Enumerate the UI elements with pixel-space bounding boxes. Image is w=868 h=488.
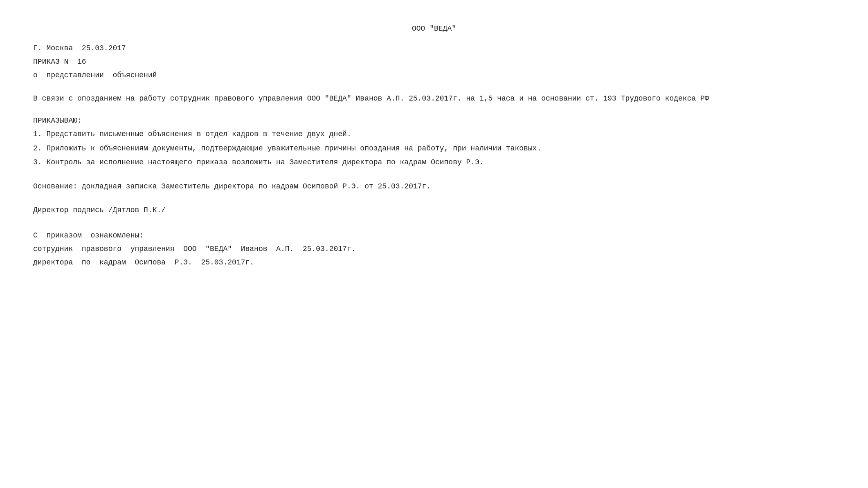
order-subject: о представлении объяснений bbox=[33, 69, 835, 81]
basis-text: Основание: докладная записка Заместитель… bbox=[33, 180, 835, 193]
org-name: ООО "ВЕДА" bbox=[33, 25, 835, 33]
order-item-2: 2. Приложить к объяснениям документы, по… bbox=[33, 142, 835, 155]
order-item-1: 1. Представить письменные объяснения в о… bbox=[33, 128, 835, 141]
order-item-3: 3. Контроль за исполнение настоящего при… bbox=[33, 156, 835, 169]
location-date: Г. Москва 25.03.2017 bbox=[33, 43, 835, 54]
acquaintance-section: С приказом ознакомлены: сотрудник правов… bbox=[33, 230, 835, 268]
preamble: В связи с опозданием на работу сотрудник… bbox=[33, 92, 835, 105]
order-number: ПРИКАЗ N 16 bbox=[33, 56, 835, 68]
document: ООО "ВЕДА" Г. Москва 25.03.2017 ПРИКАЗ N… bbox=[33, 25, 835, 268]
order-section: ПРИКАЗЫВАЮ: 1. Представить письменные об… bbox=[33, 116, 835, 169]
order-heading: ПРИКАЗЫВАЮ: bbox=[33, 116, 835, 125]
acquaintance-heading: С приказом ознакомлены: bbox=[33, 230, 835, 242]
acquaintance-line-2: директора по кадрам Осипова Р.Э. 25.03.2… bbox=[33, 257, 835, 269]
acquaintance-line-1: сотрудник правового управления ООО "ВЕДА… bbox=[33, 243, 835, 255]
director-signature: Директор подпись /Дятлов П.К./ bbox=[33, 204, 835, 217]
